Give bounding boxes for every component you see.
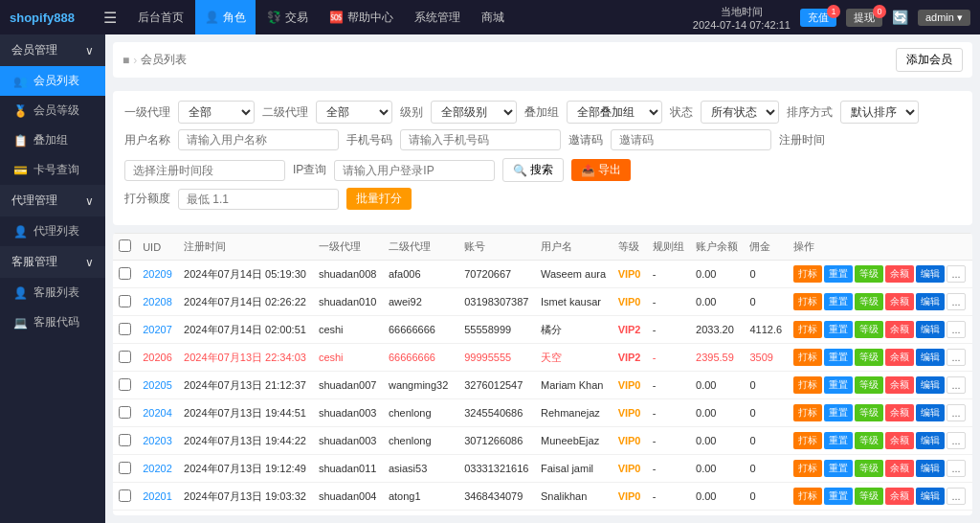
more-button[interactable]: ... [947, 404, 965, 421]
sidebar-item-agent-list[interactable]: 👤 代理列表 [0, 216, 105, 246]
row-checkbox[interactable] [119, 434, 131, 446]
first-agent-select[interactable]: 全部 [178, 101, 255, 124]
uid-link[interactable]: 20207 [143, 324, 172, 335]
batch-input[interactable] [178, 189, 339, 210]
reset-button[interactable]: 重置 [824, 404, 853, 421]
reset-button[interactable]: 重置 [824, 293, 853, 310]
sidebar-item-card-query[interactable]: 💳 卡号查询 [0, 155, 105, 185]
sidebar-group-customer-header[interactable]: 客服管理 ∨ [0, 246, 105, 278]
status-select[interactable]: 所有状态 [701, 101, 779, 124]
sidebar-item-member-list[interactable]: 👥 会员列表 [0, 66, 105, 96]
balance-button[interactable]: 余额 [885, 404, 914, 421]
more-button[interactable]: ... [947, 432, 965, 449]
refresh-icon[interactable]: 🔄 [892, 10, 908, 25]
edit-button[interactable]: 编辑 [916, 432, 945, 449]
sidebar-group-agent-header[interactable]: 代理管理 ∨ [0, 185, 105, 216]
uid-link[interactable]: 20201 [143, 490, 172, 502]
score-button[interactable]: 打标 [793, 349, 822, 366]
more-button[interactable]: ... [947, 376, 965, 394]
second-agent-select[interactable]: 全部 [316, 101, 392, 124]
nav-system[interactable]: 系统管理 [405, 0, 470, 34]
score-button[interactable]: 打标 [793, 265, 822, 283]
phone-input[interactable] [400, 129, 561, 150]
level-button[interactable]: 等级 [855, 376, 883, 394]
balance-button[interactable]: 余额 [885, 460, 914, 477]
score-button[interactable]: 打标 [793, 404, 822, 421]
edit-button[interactable]: 编辑 [916, 293, 945, 310]
level-button[interactable]: 等级 [855, 293, 883, 310]
row-checkbox[interactable] [119, 378, 131, 391]
level-button[interactable]: 等级 [855, 432, 883, 449]
balance-button[interactable]: 余额 [885, 376, 914, 394]
row-checkbox[interactable] [119, 462, 131, 474]
level-button[interactable]: 等级 [855, 460, 883, 477]
reset-button[interactable]: 重置 [824, 460, 853, 477]
nav-menu[interactable]: ☰ [94, 0, 126, 34]
nav-help[interactable]: 🆘 帮助中心 [320, 0, 403, 34]
uid-link[interactable]: 20208 [143, 296, 172, 307]
edit-button[interactable]: 编辑 [916, 376, 945, 394]
level-button[interactable]: 等级 [855, 404, 883, 421]
edit-button[interactable]: 编辑 [916, 265, 945, 283]
row-checkbox[interactable] [119, 295, 131, 307]
reset-button[interactable]: 重置 [824, 432, 853, 449]
nav-shop[interactable]: 商城 [472, 0, 514, 34]
balance-button[interactable]: 余额 [885, 265, 914, 283]
balance-button[interactable]: 余额 [885, 293, 914, 310]
uid-link[interactable]: 20204 [143, 407, 172, 419]
sidebar-item-customer-list[interactable]: 👤 客服列表 [0, 278, 105, 307]
reset-button[interactable]: 重置 [824, 376, 853, 394]
edit-button[interactable]: 编辑 [916, 321, 945, 338]
export-button[interactable]: 📤 导出 [571, 159, 631, 181]
uid-link[interactable]: 20205 [143, 379, 172, 391]
ip-input[interactable] [334, 160, 495, 181]
invite-input[interactable] [611, 129, 771, 150]
level-button[interactable]: 等级 [855, 349, 883, 366]
uid-link[interactable]: 20206 [143, 352, 172, 363]
edit-button[interactable]: 编辑 [916, 460, 945, 477]
level-button[interactable]: 等级 [855, 265, 883, 283]
recharge-button[interactable]: 充值 1 [800, 9, 836, 27]
sidebar-group-member-header[interactable]: 会员管理 ∨ [0, 34, 105, 66]
balance-button[interactable]: 余额 [885, 432, 914, 449]
nav-role[interactable]: 👤 角色 [195, 0, 256, 34]
score-button[interactable]: 打标 [793, 460, 822, 477]
edit-button[interactable]: 编辑 [916, 349, 945, 366]
sidebar-item-member-level[interactable]: 🏅 会员等级 [0, 96, 105, 125]
uid-link[interactable]: 20209 [143, 268, 172, 280]
sort-select[interactable]: 默认排序 [840, 101, 919, 124]
reset-button[interactable]: 重置 [824, 349, 853, 366]
more-button[interactable]: ... [947, 460, 965, 477]
regtime-input[interactable] [124, 160, 285, 181]
level-select[interactable]: 全部级别 [431, 101, 517, 124]
score-button[interactable]: 打标 [793, 321, 822, 338]
row-checkbox[interactable] [119, 351, 131, 363]
uid-link[interactable]: 20202 [143, 463, 172, 474]
score-button[interactable]: 打标 [793, 488, 822, 505]
edit-button[interactable]: 编辑 [916, 404, 945, 421]
reset-button[interactable]: 重置 [824, 265, 853, 283]
more-button[interactable]: ... [947, 321, 965, 338]
uid-link[interactable]: 20203 [143, 435, 172, 446]
sidebar-item-rebate-group[interactable]: 📋 叠加组 [0, 125, 105, 155]
search-button[interactable]: 🔍 搜索 [502, 158, 564, 182]
batch-score-button[interactable]: 批量打分 [346, 188, 412, 210]
score-button[interactable]: 打标 [793, 376, 822, 394]
level-button[interactable]: 等级 [855, 488, 883, 505]
more-button[interactable]: ... [947, 488, 965, 505]
add-member-button[interactable]: 添加会员 [896, 48, 963, 72]
reset-button[interactable]: 重置 [824, 321, 853, 338]
rebate-select[interactable]: 全部叠加组 [567, 101, 662, 124]
sidebar-item-customer-code[interactable]: 💻 客服代码 [0, 307, 105, 337]
withdraw-button[interactable]: 提现 0 [846, 9, 882, 27]
more-button[interactable]: ... [947, 293, 965, 310]
admin-menu-button[interactable]: admin ▾ [918, 10, 970, 26]
more-button[interactable]: ... [947, 349, 965, 366]
balance-button[interactable]: 余额 [885, 488, 914, 505]
score-button[interactable]: 打标 [793, 293, 822, 310]
nav-home[interactable]: 后台首页 [128, 0, 193, 34]
balance-button[interactable]: 余额 [885, 349, 914, 366]
nav-trade[interactable]: 💱 交易 [257, 0, 318, 34]
level-button[interactable]: 等级 [855, 321, 883, 338]
reset-button[interactable]: 重置 [824, 488, 853, 505]
